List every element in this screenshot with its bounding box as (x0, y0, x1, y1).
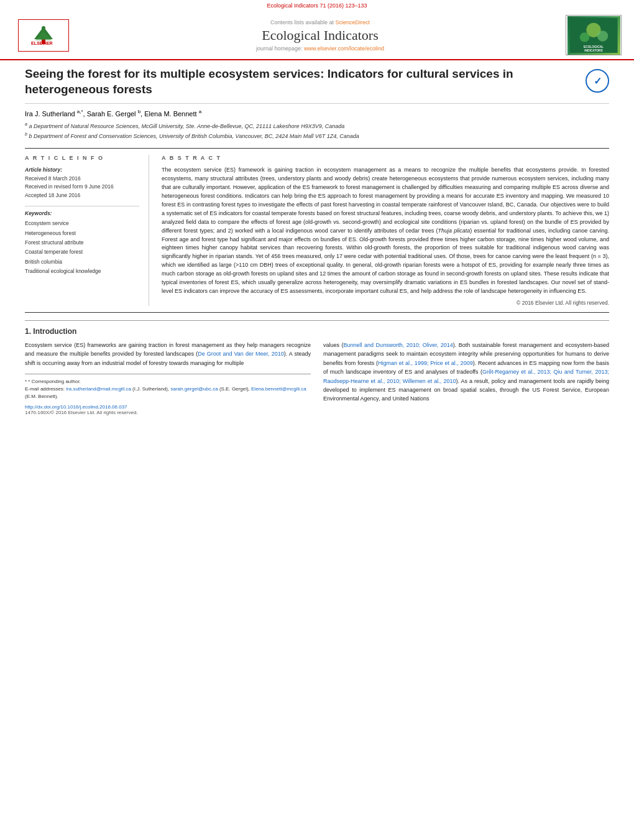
email-bennett[interactable]: Elena.bennett@mcgill.ca (251, 386, 306, 392)
keyword-british-columbia: British columbia (25, 257, 139, 267)
journal-logo-image: ECOLOGICAL INDICATORS (567, 16, 620, 55)
email-sutherland[interactable]: ira.sutherland@mail.mcgill.ca (66, 386, 131, 392)
copyright-bottom: 1470-160X/© 2016 Elsevier Ltd. All right… (25, 410, 311, 415)
intro-right-col: values (Bunnell and Dunsworth, 2010; Oli… (323, 341, 609, 415)
journal-center-info: Contents lists available at ScienceDirec… (75, 19, 566, 52)
abstract-copyright: © 2016 Elsevier Ltd. All rights reserved… (162, 300, 609, 306)
homepage-text: journal homepage: www.elsevier.com/locat… (87, 45, 553, 52)
svg-text:INDICATORS: INDICATORS (584, 49, 603, 52)
sciencedirect-text: Contents lists available at ScienceDirec… (87, 19, 553, 25)
intro-right-text: values (Bunnell and Dunsworth, 2010; Oli… (323, 341, 609, 404)
doi-section: http://dx.doi.org/10.1016/j.ecolind.2016… (25, 404, 311, 410)
article-body: Seeing the forest for its multiple ecosy… (0, 60, 634, 428)
svg-text:ECOLOGICAL: ECOLOGICAL (584, 45, 604, 48)
page: Ecological Indicators 71 (2016) 123–133 … (0, 0, 634, 840)
footnote-emails: E-mail addresses: ira.sutherland@mail.mc… (25, 385, 311, 400)
svg-point-8 (597, 30, 608, 41)
ref-higman[interactable]: Higman et al., 1999; Price et al., 2009 (378, 360, 473, 366)
abstract-column: A B S T R A C T The ecosystem service (E… (162, 155, 609, 306)
keyword-coastal-temperate: Coastal temperate forest (25, 247, 139, 257)
authors-line: Ira J. Sutherland a,*, Sarah E. Gergel b… (25, 109, 609, 118)
intro-section-title: 1. Introduction (25, 327, 609, 336)
footnote-section: * * Corresponding author. E-mail address… (25, 374, 311, 415)
svg-point-3 (42, 26, 45, 30)
crossmark-icon: ✓ (594, 75, 602, 87)
abstract-text: The ecosystem service (ES) framework is … (162, 166, 609, 296)
elsevier-logo-inner: ELSEVIER (28, 25, 59, 45)
elsevier-logo: ELSEVIER (12, 19, 75, 52)
elsevier-logo-box: ELSEVIER (18, 19, 69, 52)
introduction-section: Ecosystem service (ES) frameworks are ga… (25, 341, 609, 415)
elsevier-tree-icon: ELSEVIER (28, 25, 59, 45)
svg-text:ELSEVIER: ELSEVIER (31, 41, 53, 45)
journal-header: ELSEVIER Contents lists available at Sci… (0, 10, 634, 60)
journal-logo: ECOLOGICAL INDICATORS (566, 15, 622, 55)
keyword-forest-structural: Forest structural attribute (25, 238, 139, 247)
keywords-section: Keywords: Ecosystem service Heterogeneou… (25, 206, 139, 276)
sciencedirect-link[interactable]: ScienceDirect (336, 19, 370, 25)
article-title-section: Seeing the forest for its multiple ecosy… (25, 67, 609, 104)
keyword-traditional-ecological: Traditional ecological knowledge (25, 267, 139, 276)
ref-bunnell[interactable]: Bunnell and Dunsworth, 2010; Oliver, 201… (344, 342, 453, 348)
intro-left-col: Ecosystem service (ES) frameworks are ga… (25, 341, 311, 415)
article-history: Article history: Received 8 March 2016 R… (25, 166, 139, 200)
journal-logo-svg: ECOLOGICAL INDICATORS (569, 18, 618, 53)
keyword-heterogeneous-forest: Heterogeneous forest (25, 229, 139, 238)
crossmark-logo: ✓ (586, 69, 609, 93)
journal-title: Ecological Indicators (87, 27, 553, 44)
email-gergel[interactable]: sarah.gergel@ubc.ca (170, 386, 218, 392)
ref-degroot[interactable]: De Groot and Van der Meer, 2010 (198, 351, 284, 357)
homepage-link[interactable]: www.elsevier.com/locate/ecolind (304, 45, 384, 52)
section-divider (25, 320, 609, 321)
ref-gret[interactable]: Grêt-Regamey et al., 2013; Qiu and Turne… (323, 369, 609, 384)
doi-link[interactable]: http://dx.doi.org/10.1016/j.ecolind.2016… (25, 404, 127, 410)
citation-text: Ecological Indicators 71 (2016) 123–133 (267, 2, 367, 9)
footnote-corresponding: * * Corresponding author. (25, 378, 311, 385)
affiliations: a a Department of Natural Resource Scien… (25, 121, 609, 141)
abstract-header: A B S T R A C T (162, 155, 609, 161)
article-info-header: A R T I C L E I N F O (25, 155, 139, 161)
svg-point-7 (580, 32, 589, 42)
top-citation-line: Ecological Indicators 71 (2016) 123–133 (0, 0, 634, 10)
article-title: Seeing the forest for its multiple ecosy… (25, 67, 579, 97)
intro-left-text: Ecosystem service (ES) frameworks are ga… (25, 341, 311, 367)
article-info-column: A R T I C L E I N F O Article history: R… (25, 155, 149, 306)
info-abstract-section: A R T I C L E I N F O Article history: R… (25, 148, 609, 313)
keyword-ecosystem-service: Ecosystem service (25, 219, 139, 228)
